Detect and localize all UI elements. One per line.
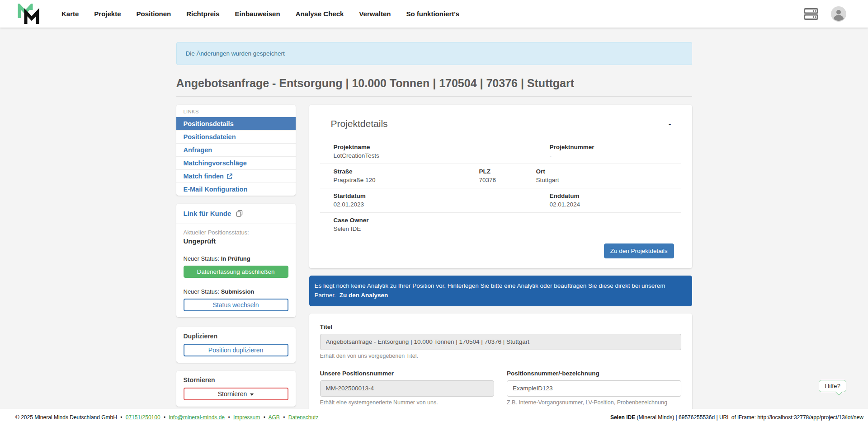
nav-item-analyse-check[interactable]: Analyse Check (288, 0, 352, 28)
field-label: Enddatum (550, 192, 681, 199)
new-status-target: In Prüfung (221, 255, 250, 262)
success-alert: Die Änderungen wurden gespeichert (176, 42, 692, 65)
switch-status-button[interactable]: Status wechseln (184, 299, 288, 311)
links-panel: LINKS Positionsdetails Positionsdateien … (176, 105, 296, 196)
footer-link-impressum[interactable]: Impressum (233, 414, 260, 421)
field-label: Ort (536, 168, 681, 175)
new-status-line: Neuer Status: Submission (184, 288, 288, 295)
mineral-minds-logo-icon (17, 4, 41, 24)
footer-link-email[interactable]: info@mineral-minds.de (169, 414, 225, 421)
sidebar-item-email-konfiguration[interactable]: E-Mail Konfiguration (176, 183, 296, 196)
footer-link-phone[interactable]: 07151/250100 (126, 414, 160, 421)
field-strasse: Straße Pragstraße 120 (320, 168, 479, 183)
server-icon[interactable] (804, 8, 818, 20)
sidebar-item-positionsdetails[interactable]: Positionsdetails (176, 117, 296, 130)
sidebar-item-match-finden[interactable]: Match finden (176, 169, 296, 183)
cancel-panel: Stornieren Stornieren (176, 371, 296, 407)
nav-item-einbauweisen[interactable]: Einbauweisen (227, 0, 288, 28)
copyright-text: © 2025 Mineral Minds Deutschland GmbH (15, 414, 117, 421)
analytics-banner: Es liegt noch keine Analytik zu Ihrer Po… (309, 276, 692, 306)
footer-session-details: (Mineral Minds) | 69576255536d | URL of … (635, 414, 863, 421)
sidebar-item-label: Anfragen (184, 146, 212, 154)
field-value: Pragstraße 120 (334, 177, 479, 183)
nav-item-positionen[interactable]: Positionen (129, 0, 179, 28)
field-value: Stuttgart (536, 177, 681, 183)
project-details-card: Projektdetails - Projektname LotCreation… (309, 105, 692, 268)
field-value: 02.01.2023 (334, 201, 536, 208)
current-status-value: Ungeprüft (184, 237, 288, 245)
position-form-card: Titel Erhält den von uns vorgegebenen Ti… (309, 314, 692, 424)
help-button[interactable]: Hilfe? (819, 380, 846, 392)
caret-down-icon (250, 393, 254, 396)
field-startdatum: Startdatum 02.01.2023 (320, 192, 536, 208)
field-label: PLZ (479, 168, 536, 175)
new-status-prefix: Neuer Status: (184, 288, 220, 295)
go-to-analyses-link[interactable]: Zu den Analysen (340, 292, 388, 299)
position-number-group: Positionsnummer/-bezeichnung Z.B. Intern… (507, 370, 681, 406)
sidebar-item-label: Match finden (184, 173, 224, 180)
current-status-label: Aktueller Positionsstatus: (184, 229, 288, 236)
field-value: Selen IDE (334, 225, 681, 232)
field-ort: Ort Stuttgart (536, 168, 681, 183)
cancel-panel-title: Stornieren (184, 376, 288, 384)
position-number-help: Z.B. Interne-Vorgangsnummer, LV-Position… (507, 399, 681, 406)
field-value: 70376 (479, 177, 536, 183)
field-label: Projektname (334, 144, 536, 150)
customer-link[interactable]: Link für Kunde (184, 210, 231, 217)
footer-separator: • (283, 414, 285, 421)
project-details-title: Projektdetails (331, 118, 388, 129)
field-projektname: Projektname LotCreationTests (320, 144, 536, 159)
sidebar-item-label: E-Mail Konfiguration (184, 186, 248, 193)
titel-input[interactable] (320, 334, 681, 350)
user-avatar-icon[interactable] (831, 6, 846, 22)
field-label: Case Owner (334, 217, 681, 224)
sidebar-item-matchingvorschlaege[interactable]: Matchingvorschläge (176, 156, 296, 169)
finish-data-entry-button[interactable]: Datenerfassung abschließen (184, 266, 288, 278)
our-position-number-help: Erhält eine systemgenerierte Nummer von … (320, 399, 495, 406)
field-case-owner: Case Owner Selen IDE (320, 217, 681, 232)
footer-separator: • (120, 414, 122, 421)
top-navbar: Karte Projekte Positionen Richtpreis Ein… (0, 0, 868, 28)
position-number-input[interactable] (507, 380, 681, 397)
sidebar-item-label: Positionsdetails (184, 120, 234, 127)
field-label: Startdatum (334, 192, 536, 199)
footer: © 2025 Mineral Minds Deutschland GmbH • … (0, 409, 868, 426)
new-status-target: Submission (221, 288, 255, 295)
new-status-prefix: Neuer Status: (184, 255, 220, 262)
nav-item-karte[interactable]: Karte (54, 0, 86, 28)
footer-link-agb[interactable]: AGB (269, 414, 280, 421)
footer-separator: • (228, 414, 230, 421)
navbar-actions (804, 6, 868, 22)
footer-link-datenschutz[interactable]: Datenschutz (288, 414, 319, 421)
app-logo[interactable] (17, 4, 41, 24)
field-label: Projektnummer (550, 144, 681, 150)
field-value: - (550, 152, 681, 159)
footer-separator: • (264, 414, 265, 421)
copy-icon[interactable] (236, 211, 243, 218)
sidebar-item-label: Matchingvorschläge (184, 159, 247, 167)
go-to-project-details-button[interactable]: Zu den Projektdetails (604, 243, 674, 258)
field-enddatum: Enddatum 02.01.2024 (536, 192, 681, 208)
page-content: Die Änderungen wurden gespeichert Angebo… (176, 42, 692, 424)
nav-item-verwalten[interactable]: Verwalten (351, 0, 398, 28)
footer-user: Selen IDE (610, 414, 635, 421)
field-value: LotCreationTests (334, 152, 536, 159)
nav-item-so-funktionierts[interactable]: So funktioniert's (398, 0, 467, 28)
field-plz: PLZ 70376 (479, 168, 536, 183)
collapse-button[interactable]: - (666, 118, 674, 130)
sidebar-item-positionsdateien[interactable]: Positionsdateien (176, 130, 296, 143)
cancel-dropdown-button[interactable]: Stornieren (184, 388, 288, 400)
footer-session-info: Selen IDE (Mineral Minds) | 69576255536d… (610, 414, 863, 421)
field-label: Straße (334, 168, 479, 175)
project-fields: Projektname LotCreationTests Projektnumm… (320, 140, 681, 237)
nav-item-richtpreis[interactable]: Richtpreis (179, 0, 227, 28)
field-projektnummer: Projektnummer - (536, 144, 681, 159)
divider (176, 283, 296, 283)
divider (176, 224, 296, 224)
titel-help: Erhält den von uns vorgegebenen Titel. (320, 353, 681, 359)
sidebar-item-anfragen[interactable]: Anfragen (176, 143, 296, 156)
nav-item-projekte[interactable]: Projekte (86, 0, 128, 28)
main-nav: Karte Projekte Positionen Richtpreis Ein… (54, 0, 467, 28)
duplicate-position-button[interactable]: Position duplizieren (184, 344, 288, 356)
our-position-number-input[interactable] (320, 380, 495, 397)
